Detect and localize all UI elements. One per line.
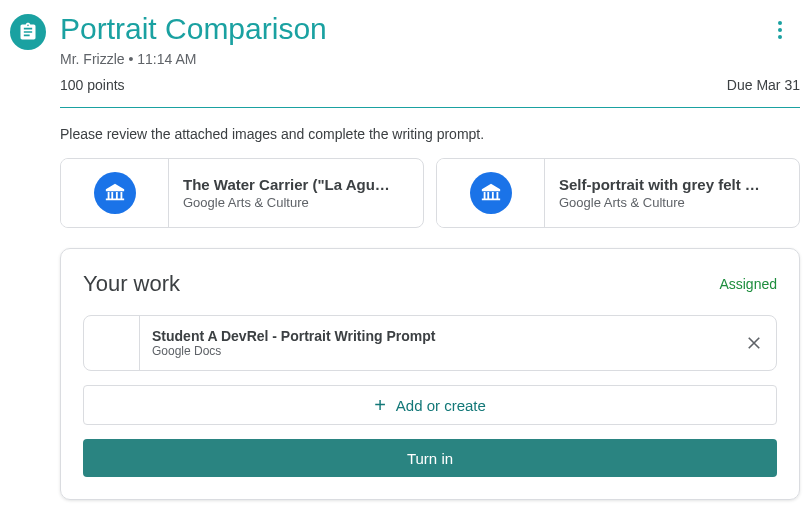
your-work-heading: Your work [83, 271, 180, 297]
turn-in-button[interactable]: Turn in [83, 439, 777, 477]
attachment-source: Google Arts & Culture [559, 195, 785, 210]
attachment-thumbnail [437, 159, 545, 227]
arts-culture-icon [470, 172, 512, 214]
more-vert-icon [778, 21, 782, 25]
assignment-status: Assigned [719, 276, 777, 292]
attachment-source: Google Arts & Culture [183, 195, 409, 210]
work-file-source: Google Docs [152, 344, 720, 358]
assignment-description: Please review the attached images and co… [60, 126, 800, 142]
add-or-create-button[interactable]: + Add or create [83, 385, 777, 425]
author-time: Mr. Frizzle • 11:14 AM [60, 51, 800, 67]
your-work-card: Your work Assigned Student A DevRel - Po… [60, 248, 800, 500]
more-options-button[interactable] [764, 14, 796, 46]
attachment-thumbnail [61, 159, 169, 227]
add-or-create-label: Add or create [396, 397, 486, 414]
work-file-card[interactable]: Student A DevRel - Portrait Writing Prom… [83, 315, 777, 371]
attachment-title: Self-portrait with grey felt … [559, 176, 785, 193]
work-file-title: Student A DevRel - Portrait Writing Prom… [152, 328, 720, 344]
close-icon [745, 334, 763, 352]
attachment-title: The Water Carrier ("La Agu… [183, 176, 409, 193]
remove-file-button[interactable] [732, 321, 776, 365]
file-thumbnail [84, 316, 140, 370]
due-date-label: Due Mar 31 [727, 77, 800, 93]
page-title: Portrait Comparison [60, 12, 800, 45]
plus-icon: + [374, 394, 386, 417]
arts-culture-icon [94, 172, 136, 214]
attachment-card[interactable]: The Water Carrier ("La Agu… Google Arts … [60, 158, 424, 228]
points-label: 100 points [60, 77, 125, 93]
assignment-icon [10, 14, 46, 50]
attachment-card[interactable]: Self-portrait with grey felt … Google Ar… [436, 158, 800, 228]
